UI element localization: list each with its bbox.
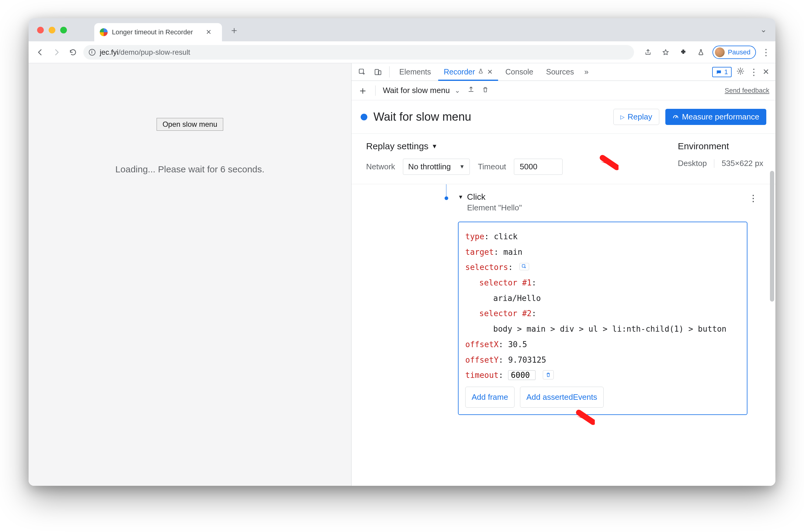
issues-count: 1	[724, 68, 728, 76]
svg-point-3	[740, 70, 742, 72]
prop-value[interactable]: main	[503, 247, 522, 256]
more-tabs-icon[interactable]: »	[581, 63, 592, 80]
prop-key: selector #2	[479, 309, 531, 318]
prop-value[interactable]: 30.5	[508, 340, 527, 349]
close-panel-icon[interactable]: ✕	[487, 68, 493, 76]
replay-settings-header[interactable]: Replay settings ▼	[366, 141, 563, 151]
prop-key: selectors	[465, 263, 508, 272]
recording-select[interactable]: Wait for slow menu ⌄	[383, 86, 460, 95]
back-button[interactable]	[34, 46, 46, 58]
tab-elements[interactable]: Elements	[394, 63, 436, 80]
network-throttling-value: No throttling	[408, 162, 451, 171]
environment-header: Environment	[678, 141, 763, 151]
reload-button[interactable]	[67, 46, 79, 58]
address-bar[interactable]: jec.fyi/demo/pup-slow-result	[83, 45, 634, 60]
step-subtitle: Element "Hello"	[467, 203, 763, 212]
play-icon: ▷	[620, 114, 624, 120]
content-area: Open slow menu Loading... Please wait fo…	[29, 63, 775, 486]
experiments-flask-icon[interactable]	[695, 46, 707, 58]
environment-size: 535×622 px	[722, 159, 763, 168]
timeout-label: Timeout	[478, 162, 506, 171]
scrollbar[interactable]	[770, 171, 774, 302]
chevron-down-icon: ▼	[460, 164, 465, 170]
tab-list-chevron-icon[interactable]: ⌄	[760, 25, 767, 34]
recording-indicator-icon	[361, 114, 367, 120]
tab-recorder[interactable]: Recorder ✕	[438, 63, 498, 80]
forward-button[interactable]	[51, 46, 63, 58]
prop-key: offsetY	[465, 355, 499, 364]
speedometer-icon	[672, 113, 679, 121]
close-window-icon[interactable]	[37, 27, 44, 34]
new-tab-button[interactable]: ＋	[229, 24, 239, 37]
delete-recording-icon[interactable]	[482, 86, 489, 95]
profile-state-label: Paused	[728, 48, 750, 56]
export-icon[interactable]	[467, 86, 475, 95]
site-info-icon[interactable]	[89, 49, 95, 56]
browser-menu-icon[interactable]: ⋮	[762, 47, 770, 57]
environment-device: Desktop	[678, 159, 707, 168]
tab-strip: Longer timeout in Recorder ✕ ＋ ⌄	[29, 18, 775, 41]
open-slow-menu-button[interactable]: Open slow menu	[156, 118, 223, 131]
new-recording-button[interactable]: ＋	[358, 83, 368, 98]
avatar-icon	[715, 48, 725, 57]
replay-button[interactable]: ▷ Replay	[613, 109, 659, 125]
prop-value[interactable]: aria/Hello	[493, 294, 541, 303]
add-frame-button[interactable]: Add frame	[465, 387, 515, 408]
step-details-panel: type: click target: main selectors: sele…	[458, 222, 747, 415]
favicon-icon	[100, 28, 108, 36]
browser-tab[interactable]: Longer timeout in Recorder ✕	[94, 23, 222, 41]
toolbar-right: Paused ⋮	[642, 45, 770, 59]
timeline: ⋮ ▼ Click Element "Hello" type: click ta…	[352, 184, 775, 415]
replay-settings-section: Replay settings ▼ Network No throttling …	[352, 134, 775, 184]
timeline-node-icon	[445, 196, 448, 200]
prop-value[interactable]: click	[494, 232, 518, 241]
step-timeout-input[interactable]	[508, 370, 536, 380]
profile-paused-chip[interactable]: Paused	[712, 45, 756, 59]
devtools-tabbar: Elements Recorder ✕ Console Sources »	[352, 63, 775, 81]
step-header[interactable]: ▼ Click	[458, 192, 763, 202]
add-asserted-events-button[interactable]: Add assertedEvents	[520, 387, 604, 408]
issues-chip[interactable]: 1	[712, 67, 732, 77]
browser-toolbar: jec.fyi/demo/pup-slow-result Pa	[29, 41, 775, 63]
prop-key: selector #1	[479, 278, 531, 287]
prop-key: timeout	[465, 370, 499, 380]
prop-value[interactable]: body > main > div > ul > li:nth-child(1)…	[493, 324, 727, 334]
tab-sources[interactable]: Sources	[541, 63, 580, 80]
step-menu-icon[interactable]: ⋮	[749, 193, 757, 203]
tab-title: Longer timeout in Recorder	[112, 28, 193, 36]
chevron-down-icon: ⌄	[455, 87, 460, 95]
prop-value[interactable]: 9.703125	[508, 355, 546, 364]
window-controls	[37, 27, 67, 34]
timeline-track	[446, 184, 447, 201]
close-tab-icon[interactable]: ✕	[206, 28, 211, 36]
measure-performance-button[interactable]: Measure performance	[665, 109, 766, 125]
flask-icon	[478, 69, 484, 75]
minimize-window-icon[interactable]	[49, 27, 55, 34]
inspect-element-icon[interactable]	[355, 63, 369, 80]
send-feedback-link[interactable]: Send feedback	[725, 87, 769, 95]
bookmark-star-icon[interactable]	[659, 46, 672, 58]
loading-text: Loading... Please wait for 6 seconds.	[115, 164, 264, 174]
pick-selector-icon[interactable]	[519, 263, 529, 270]
extensions-icon[interactable]	[677, 46, 689, 58]
fullscreen-window-icon[interactable]	[60, 27, 67, 34]
timeout-input[interactable]	[514, 159, 563, 175]
prop-key: target	[465, 247, 494, 256]
share-icon[interactable]	[642, 46, 654, 58]
device-toolbar-icon[interactable]	[371, 63, 385, 80]
recording-select-label: Wait for slow menu	[383, 86, 450, 95]
settings-gear-icon[interactable]	[736, 67, 744, 77]
step-title: Click	[467, 192, 486, 202]
page-pane: Open slow menu Loading... Please wait fo…	[29, 63, 352, 486]
prop-key: type	[465, 232, 484, 241]
prop-key: offsetX	[465, 340, 499, 349]
devtools-menu-icon[interactable]: ⋮	[749, 66, 758, 77]
network-label: Network	[366, 162, 395, 171]
delete-property-icon[interactable]	[543, 370, 554, 379]
tab-console[interactable]: Console	[500, 63, 539, 80]
devtools-panel: Elements Recorder ✕ Console Sources »	[352, 63, 775, 486]
close-devtools-icon[interactable]: ✕	[763, 67, 769, 77]
recorder-toolbar: ＋ Wait for slow menu ⌄ Send feedback	[352, 81, 775, 100]
network-throttling-select[interactable]: No throttling ▼	[403, 159, 470, 175]
recording-header: Wait for slow menu ▷ Replay Measure perf…	[352, 100, 775, 134]
